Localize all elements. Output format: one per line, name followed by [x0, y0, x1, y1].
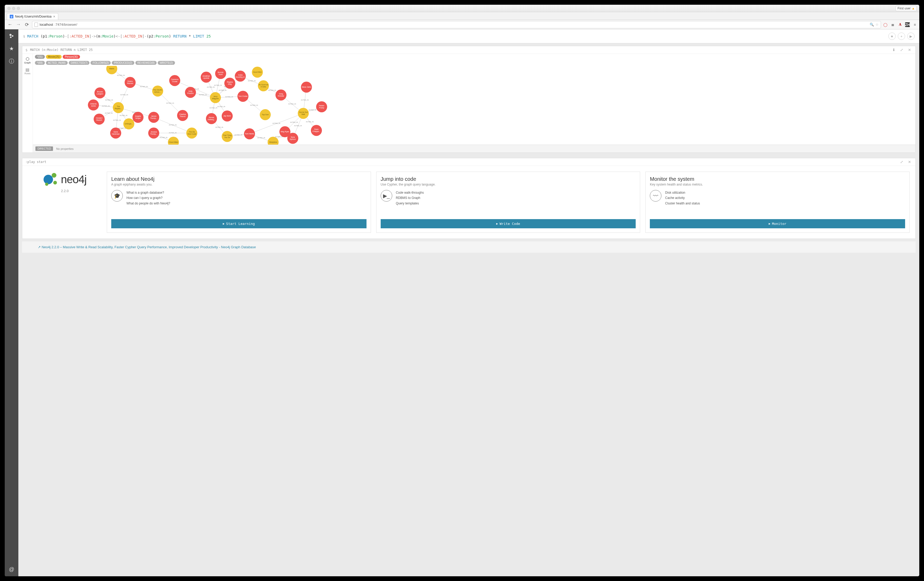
rel-type-pill[interactable]: REVIEWED(8) [135, 61, 157, 65]
close-frame-icon[interactable]: ✕ [907, 48, 912, 52]
card-link[interactable]: What is a graph database? [127, 190, 170, 195]
movie-node[interactable]: Unforgiv... [123, 118, 134, 129]
person-node[interactable]: Jessica Thomp... [148, 127, 159, 139]
nav-reload-icon[interactable]: ⟳ [24, 22, 30, 28]
person-node[interactable]: Howard Deutch [94, 114, 105, 125]
close-start-icon[interactable]: ✕ [907, 160, 912, 164]
person-node[interactable]: Parker Posey [316, 101, 327, 112]
graph-visualization[interactable]: ACTED_INACTED_INACTED_INACTED_INACTED_IN… [33, 66, 915, 145]
card-link[interactable]: RDBMS to Graph [396, 195, 424, 200]
node-label-pill[interactable]: Movie(25) [46, 55, 62, 59]
download-icon[interactable]: ⬇ [891, 48, 896, 52]
person-node[interactable]: Cameron Crowe [169, 75, 180, 86]
cypher-query[interactable]: MATCH (p1:Person)-[:ACTED_IN]->(m:Movie)… [27, 34, 886, 38]
sidebar-favorites-icon[interactable]: ★ [8, 45, 15, 53]
run-button[interactable]: ▶ [907, 33, 914, 40]
url-path: :7474/browser/ [54, 23, 77, 26]
person-node[interactable]: Bonnie Hunt [215, 68, 226, 79]
person-node[interactable]: Renee Zellweg... [206, 113, 217, 124]
tab-close-icon[interactable]: × [53, 15, 55, 18]
card-link[interactable]: Cluster health and status [665, 201, 700, 206]
rel-type-pill[interactable]: *(69) [35, 61, 45, 65]
footer-link-text[interactable]: Neo4j 2.2.0 – Massive Write & Read Scala… [42, 245, 256, 249]
card-link[interactable]: What do people do with Neo4j? [127, 201, 170, 206]
person-node[interactable]: Kelly Preston [185, 87, 196, 98]
search-icon[interactable]: 🔍 [870, 23, 874, 26]
person-node[interactable]: Gene Hackman [110, 127, 121, 139]
expand-start-icon[interactable]: ⤢ [899, 160, 904, 164]
view-graph-tab[interactable]: ⬡ Graph [22, 55, 33, 65]
edge-label: ACTED_IN [199, 94, 207, 96]
person-node[interactable]: Keanu Reeves [125, 77, 135, 88]
rel-type-pill[interactable]: WROTE(2) [158, 61, 175, 65]
sidebar-db-icon[interactable] [8, 32, 15, 40]
movie-node[interactable]: Top Gun [260, 109, 271, 120]
url-input[interactable]: localhost:7474/browser/ 🔍 ☆ [32, 21, 881, 28]
person-node[interactable]: Orlando Jones [88, 99, 99, 111]
nav-back-icon[interactable]: ← [7, 22, 13, 27]
sidebar-info-icon[interactable]: ⓘ [8, 57, 15, 65]
person-node[interactable]: Jay Mohr [222, 111, 233, 122]
person-node[interactable]: Angela Scope [132, 112, 144, 123]
movie-node[interactable]: The Da Vinci Code [186, 127, 197, 139]
person-node[interactable]: Regina King [224, 78, 235, 89]
edge-label: ACTED_IN [215, 127, 223, 128]
ext-adblock-icon[interactable]: ◯ [883, 22, 888, 27]
traffic-light-max[interactable] [17, 7, 20, 10]
card-link[interactable]: Code walk-throughs [396, 190, 424, 195]
edge-label: ACTED_IN [207, 86, 215, 88]
add-button[interactable]: + [898, 33, 905, 40]
person-node[interactable]: James Thomp... [148, 112, 159, 123]
traffic-light-min[interactable] [12, 7, 15, 10]
footer-news-link[interactable]: ↗ Neo4j 2.2.0 – Massive Write & Read Sca… [22, 241, 916, 253]
card-action-button[interactable]: ▶Monitor [650, 219, 905, 228]
person-node[interactable]: Cuba Gooding Jr. [235, 71, 246, 82]
person-node[interactable]: Dave Chappe... [311, 125, 322, 136]
card-action-button[interactable]: ▶Write Code [381, 219, 636, 228]
card-link[interactable]: How can I query a graph? [127, 195, 170, 200]
ext-buffer-icon[interactable]: ≣ [890, 22, 895, 27]
node-label-pill[interactable]: Person(30) [63, 55, 80, 59]
movie-node[interactable]: The Devil's Advoc... [152, 86, 163, 97]
movie-node[interactable]: Jerry Maguire [210, 92, 221, 103]
card-link[interactable]: Disk utilization [665, 190, 700, 195]
view-rows-tab[interactable]: ▤ Rows [22, 66, 33, 76]
card-icon: 〰 [650, 190, 662, 201]
card-link[interactable]: Cache activity [665, 195, 700, 200]
ext-font-icon[interactable]: A [898, 22, 903, 27]
movie-node[interactable]: The Replac... [113, 102, 124, 113]
person-node[interactable]: Nora Ephron [287, 133, 298, 144]
first-user-badge[interactable]: First user ▲ [896, 6, 917, 11]
edge-label: ACTED_IN [219, 89, 227, 91]
expand-icon[interactable]: ⤢ [899, 48, 904, 52]
browser-tab[interactable]: g Neo4j /Users/mh/Downloa × [7, 13, 58, 20]
person-node[interactable]: Tom Hanks [244, 128, 255, 139]
person-node[interactable]: Charlize Theron [177, 110, 188, 121]
person-node[interactable]: Tom Cruise [238, 91, 248, 102]
person-node[interactable]: Greg Kinnear [276, 89, 287, 101]
ext-zh-icon[interactable]: ZH [905, 22, 910, 27]
traffic-light-close[interactable] [7, 7, 10, 10]
movie-node[interactable]: As Good as It Gets [258, 80, 269, 91]
card-link[interactable]: Query templates [396, 201, 424, 206]
person-node[interactable]: Steve Zahn [301, 82, 312, 92]
card-action-button[interactable]: ▶Start Learning [111, 219, 366, 228]
browser-menu-icon[interactable]: ≡ [912, 22, 917, 27]
person-node[interactable]: Brooke Langton [94, 87, 106, 98]
bookmark-star-icon[interactable]: ☆ [876, 23, 879, 26]
sidebar-sync-icon[interactable]: @ [8, 565, 15, 573]
node-label-pill[interactable]: *(55) [35, 55, 45, 59]
movie-node[interactable]: Good Men [252, 67, 263, 78]
rel-type-pill[interactable]: DIRECTED(7) [69, 61, 89, 65]
movie-node[interactable]: You've Got Mail [298, 108, 309, 119]
edge-label: ACTED_IN [288, 103, 296, 105]
person-node[interactable]: Jonathan Lipnicki [201, 72, 212, 83]
node-label-pills: *(55)Movie(25)Person(30) [33, 54, 915, 60]
rel-type-pill[interactable]: PRODUCED(2) [112, 61, 134, 65]
movie-node[interactable]: That Thing You Do [222, 131, 233, 142]
cypher-editor[interactable]: $ MATCH (p1:Person)-[:ACTED_IN]->(m:Movi… [18, 30, 919, 43]
rel-type-pill[interactable]: FOLLOWS(2) [91, 61, 111, 65]
favorite-button[interactable]: ★ [888, 33, 896, 40]
card-icon: ▶_ [381, 190, 392, 201]
rel-type-pill[interactable]: ACTED_IN(48) [46, 61, 68, 65]
